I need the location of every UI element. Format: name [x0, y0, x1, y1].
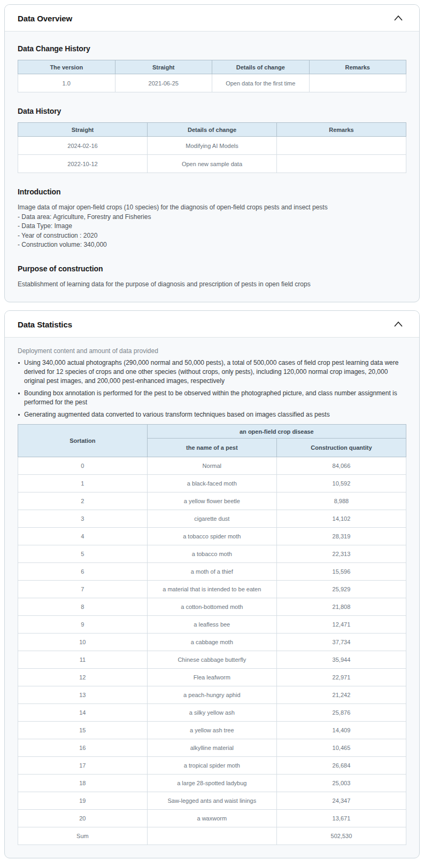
table-cell: 3 — [18, 510, 148, 528]
data-overview-card: Data Overview Data Change History The ve… — [4, 4, 420, 302]
table-row: 2a yellow flower beetle8,988 — [18, 492, 406, 510]
table-cell: Normal — [147, 457, 276, 475]
table-cell: 12 — [18, 669, 148, 686]
statistics-bullet-list: Using 340,000 actual photographs (290,00… — [18, 358, 406, 419]
column-header: Straight — [115, 60, 212, 74]
table-cell: 15,596 — [276, 563, 406, 581]
table-cell: 20 — [18, 810, 148, 827]
table-cell: 14,409 — [276, 722, 406, 739]
table-header-row: The versionStraightDetails of changeRema… — [18, 60, 406, 74]
table-cell: a cabbage moth — [147, 634, 276, 651]
data-overview-title: Data Overview — [18, 14, 72, 23]
introduction-heading: Introduction — [18, 187, 406, 196]
table-cell: alkylline material — [147, 739, 276, 757]
data-history-table: StraightDetails of changeRemarks 2024-02… — [18, 122, 406, 173]
table-cell: 10 — [18, 634, 148, 651]
table-cell: 25,929 — [276, 581, 406, 598]
table-row: 4a tobacco spider moth28,319 — [18, 528, 406, 545]
table-cell: 14 — [18, 704, 148, 722]
column-header: Details of change — [212, 60, 310, 74]
table-cell — [277, 155, 406, 173]
table-cell: a cotton-bottomed moth — [147, 598, 276, 616]
table-cell: 10,465 — [276, 739, 406, 757]
introduction-text: Image data of major open-field crops (10… — [18, 203, 406, 250]
table-cell: 6 — [18, 563, 148, 581]
data-statistics-header: Data Statistics — [5, 311, 419, 338]
table-cell: 2024-02-16 — [18, 137, 148, 155]
pest-statistics-table: Sortation an open-field crop disease the… — [18, 424, 406, 845]
table-row: 2024-02-16Modifying AI Models — [18, 137, 406, 155]
table-row: 15a yellow ash tree14,409 — [18, 722, 406, 739]
table-cell: 37,734 — [276, 634, 406, 651]
group-column-header: an open-field crop disease — [147, 425, 406, 439]
table-row: 3cigarette dust14,102 — [18, 510, 406, 528]
table-cell: 8,988 — [276, 492, 406, 510]
table-cell: 2 — [18, 492, 148, 510]
bullet-item: Bounding box annotation is performed for… — [18, 389, 406, 407]
table-cell: Open data for the first time — [212, 74, 310, 92]
table-cell: Chinese cabbage butterfly — [147, 651, 276, 669]
table-cell: 26,684 — [276, 757, 406, 775]
statistics-subtitle: Deployment content and amount of data pr… — [18, 347, 406, 355]
table-cell: 24,347 — [276, 792, 406, 810]
bullet-item: Using 340,000 actual photographs (290,00… — [18, 358, 406, 386]
table-cell: a tobacco spider moth — [147, 528, 276, 545]
table-cell: 14,102 — [276, 510, 406, 528]
table-cell: 25,876 — [276, 704, 406, 722]
data-statistics-title: Data Statistics — [18, 320, 72, 329]
table-cell: 13 — [18, 686, 148, 704]
sortation-column-header: Sortation — [18, 425, 148, 457]
table-cell: a yellow ash tree — [147, 722, 276, 739]
table-cell: 7 — [18, 581, 148, 598]
table-row: 2022-10-12Open new sample data — [18, 155, 406, 173]
column-header: Remarks — [277, 123, 406, 137]
table-cell: a material that is intended to be eaten — [147, 581, 276, 598]
column-header: Details of change — [148, 123, 277, 137]
table-row: 1.02021-06-25Open data for the first tim… — [18, 74, 406, 92]
table-row: 10a cabbage moth37,734 — [18, 634, 406, 651]
table-cell: 10,592 — [276, 475, 406, 492]
table-row: 19Saw-legged ants and waist linings24,34… — [18, 792, 406, 810]
table-cell: a black-faced moth — [147, 475, 276, 492]
table-cell: 12,471 — [276, 616, 406, 634]
column-header: Straight — [18, 123, 148, 137]
table-row: 13a peach-hungry aphid21,242 — [18, 686, 406, 704]
quantity-column-header: Construction quantity — [276, 439, 406, 457]
purpose-heading: Purpose of construction — [18, 264, 406, 273]
purpose-text: Establishment of learning data for the p… — [18, 280, 406, 290]
collapse-button[interactable] — [391, 13, 405, 24]
table-cell: 35,944 — [276, 651, 406, 669]
table-cell: 17 — [18, 757, 148, 775]
table-row: 7a material that is intended to be eaten… — [18, 581, 406, 598]
table-row: 5a tobacco moth22,313 — [18, 545, 406, 563]
table-cell: 9 — [18, 616, 148, 634]
data-change-history-section: Data Change History The versionStraightD… — [18, 44, 406, 92]
table-cell: a peach-hungry aphid — [147, 686, 276, 704]
table-cell: 25,003 — [276, 775, 406, 792]
sum-row: Sum 502,530 — [18, 827, 406, 845]
table-cell: 8 — [18, 598, 148, 616]
bullet-item: Generating augmented data converted to v… — [18, 410, 406, 419]
data-history-heading: Data History — [18, 107, 406, 115]
table-cell: 5 — [18, 545, 148, 563]
table-cell: a leafless bee — [147, 616, 276, 634]
table-cell: 0 — [18, 457, 148, 475]
collapse-button[interactable] — [391, 319, 405, 330]
table-cell: 1 — [18, 475, 148, 492]
sum-label-cell: Sum — [18, 827, 148, 845]
table-cell: Open new sample data — [148, 155, 277, 173]
table-cell: 1.0 — [18, 74, 115, 92]
data-overview-body: Data Change History The versionStraightD… — [5, 32, 419, 302]
table-cell: 84,066 — [276, 457, 406, 475]
table-cell: cigarette dust — [147, 510, 276, 528]
table-cell: 21,808 — [276, 598, 406, 616]
table-cell: 19 — [18, 792, 148, 810]
table-row: 6a moth of a thief15,596 — [18, 563, 406, 581]
table-row: 14a silky yellow ash25,876 — [18, 704, 406, 722]
data-change-history-heading: Data Change History — [18, 44, 406, 53]
table-header-row: StraightDetails of changeRemarks — [18, 123, 406, 137]
data-change-history-table: The versionStraightDetails of changeRema… — [18, 60, 406, 92]
table-cell: 28,319 — [276, 528, 406, 545]
data-statistics-card: Data Statistics Deployment content and a… — [4, 310, 420, 858]
table-cell: 22,313 — [276, 545, 406, 563]
